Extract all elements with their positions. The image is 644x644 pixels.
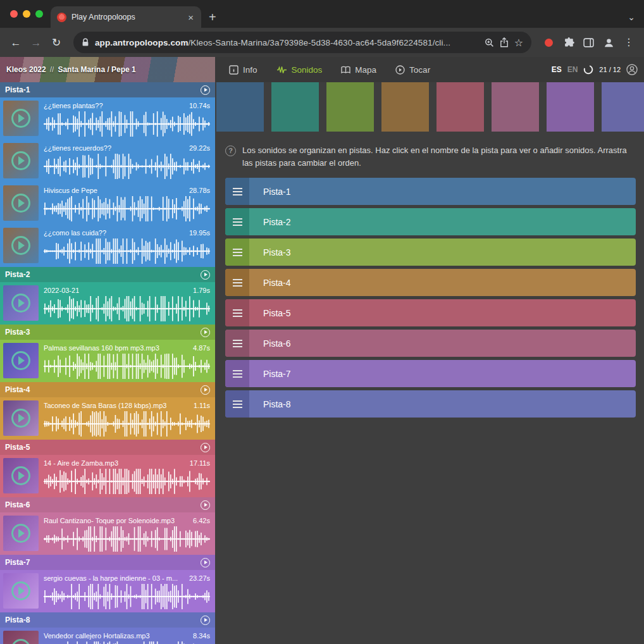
tab-search-chevron-icon[interactable]: ⌄ <box>628 12 635 22</box>
play-overlay-icon[interactable] <box>11 581 30 600</box>
sound-item[interactable]: sergio cuevas - la harpe indienne - 03 -… <box>0 570 215 612</box>
track-bar[interactable]: Pista-4 <box>225 269 636 296</box>
track-bar[interactable]: Pista-8 <box>225 390 636 418</box>
track-play-button[interactable] <box>201 85 210 95</box>
browser-profile-avatar[interactable] <box>603 37 615 49</box>
breadcrumb-project[interactable]: Kleos 2022 <box>6 65 46 74</box>
play-overlay-icon[interactable] <box>11 466 30 485</box>
track-bar[interactable]: Pista-3 <box>225 238 636 266</box>
sound-thumbnail[interactable] <box>3 400 39 436</box>
sound-item[interactable]: 2022-03-21 1.79s <box>0 282 215 325</box>
track-color-swatch[interactable] <box>216 82 264 132</box>
new-tab-button[interactable]: + <box>209 11 216 23</box>
sound-item[interactable]: ¿¿tienes recuerdos?? 29.22s <box>0 140 215 182</box>
drag-handle-icon[interactable] <box>225 208 249 235</box>
browser-tab[interactable]: Play Antropoloops × <box>51 6 201 28</box>
track-color-swatch[interactable] <box>437 82 484 132</box>
track-bar[interactable]: Pista-5 <box>225 299 636 326</box>
track-name[interactable]: Pista-4 <box>5 385 30 394</box>
play-overlay-icon[interactable] <box>11 109 30 128</box>
track-name[interactable]: Pista-1 <box>5 85 30 94</box>
track-header[interactable]: Pista-8 <box>0 612 215 628</box>
user-account-icon[interactable] <box>626 64 638 75</box>
sound-item[interactable]: ¿¿tienes plantas?? 10.74s <box>0 97 215 140</box>
track-color-swatch[interactable] <box>271 82 319 132</box>
track-name[interactable]: Pista-6 <box>5 500 30 509</box>
track-color-swatch[interactable] <box>381 82 429 132</box>
track-header[interactable]: Pista-1 <box>0 82 215 97</box>
track-bar[interactable]: Pista-6 <box>225 330 636 357</box>
track-color-swatch[interactable] <box>492 82 539 132</box>
zoom-icon[interactable] <box>485 38 494 47</box>
sound-item[interactable]: Raul Cantizano- Toque por Solenoide.mp3 … <box>0 512 215 555</box>
track-header[interactable]: Pista-6 <box>0 497 215 512</box>
track-header[interactable]: Pista-7 <box>0 555 215 570</box>
recording-indicator-icon[interactable] <box>545 39 553 47</box>
close-window-button[interactable] <box>10 10 18 18</box>
lang-es-button[interactable]: ES <box>552 65 562 74</box>
track-play-button[interactable] <box>201 616 210 625</box>
sound-thumbnail[interactable] <box>3 228 39 263</box>
zoom-window-button[interactable] <box>35 10 43 18</box>
sound-thumbnail[interactable] <box>3 458 39 493</box>
sound-thumbnail[interactable] <box>3 573 39 609</box>
sound-thumbnail[interactable] <box>3 631 39 644</box>
sound-item[interactable]: Taconeo de Sara Baras (128 kbps).mp3 1.1… <box>0 397 215 440</box>
sound-item[interactable]: Hiviscus de Pepe 28.78s <box>0 182 215 225</box>
play-overlay-icon[interactable] <box>11 351 30 370</box>
sound-thumbnail[interactable] <box>3 285 39 321</box>
track-header[interactable]: Pista-4 <box>0 382 215 397</box>
track-play-button[interactable] <box>201 270 210 280</box>
lang-en-button[interactable]: EN <box>567 65 578 74</box>
track-name[interactable]: Pista-2 <box>5 270 30 279</box>
sound-thumbnail[interactable] <box>3 343 39 378</box>
drag-handle-icon[interactable] <box>225 269 249 296</box>
drag-handle-icon[interactable] <box>225 390 249 418</box>
track-color-swatch[interactable] <box>602 82 644 132</box>
side-panel-icon[interactable] <box>583 38 594 47</box>
play-overlay-icon[interactable] <box>11 294 30 313</box>
track-play-button[interactable] <box>201 443 210 452</box>
reload-icon[interactable]: ↻ <box>48 37 65 48</box>
forward-icon[interactable]: → <box>28 37 44 48</box>
tab-tocar[interactable]: Tocar <box>395 65 430 75</box>
tab-mapa[interactable]: Mapa <box>341 65 376 75</box>
track-play-button[interactable] <box>201 385 210 395</box>
track-name[interactable]: Pista-5 <box>5 443 30 452</box>
track-bar[interactable]: Pista-2 <box>225 208 636 235</box>
play-overlay-icon[interactable] <box>11 524 30 543</box>
bookmark-star-icon[interactable]: ☆ <box>514 37 523 49</box>
extensions-puzzle-icon[interactable] <box>564 37 574 48</box>
sound-thumbnail[interactable] <box>3 101 39 136</box>
breadcrumb[interactable]: Kleos 2022 // Santa Marina / Pepe 1 <box>0 57 215 82</box>
sound-thumbnail[interactable] <box>3 516 39 551</box>
play-overlay-icon[interactable] <box>11 151 30 170</box>
play-overlay-icon[interactable] <box>11 639 30 644</box>
track-play-button[interactable] <box>201 500 210 510</box>
tab-close-icon[interactable]: × <box>187 13 195 22</box>
track-name[interactable]: Pista-8 <box>5 616 30 624</box>
track-play-button[interactable] <box>201 328 210 337</box>
track-play-button[interactable] <box>201 558 210 567</box>
sound-item[interactable]: Palmas sevillanas 160 bpm mp3.mp3 4.87s <box>0 340 215 382</box>
track-header[interactable]: Pista-2 <box>0 267 215 282</box>
track-bar[interactable]: Pista-7 <box>225 360 636 387</box>
back-icon[interactable]: ← <box>8 37 24 48</box>
browser-menu-icon[interactable]: ⋮ <box>624 37 634 47</box>
play-overlay-icon[interactable] <box>11 194 30 213</box>
track-name[interactable]: Pista-7 <box>5 558 30 567</box>
lock-icon[interactable] <box>82 38 89 47</box>
play-overlay-icon[interactable] <box>11 236 30 255</box>
sound-item[interactable]: ¿¿como las cuida?? 19.95s <box>0 225 215 267</box>
track-name[interactable]: Pista-3 <box>5 328 30 337</box>
tab-info[interactable]: Info <box>229 65 257 75</box>
sound-item[interactable]: 14 - Aire de Zamba.mp3 17.11s <box>0 455 215 497</box>
track-color-swatch[interactable] <box>326 82 374 132</box>
address-bar[interactable]: app.antropoloops.com/Kleos-Santa-Marina/… <box>73 32 531 53</box>
sound-thumbnail[interactable] <box>3 185 39 221</box>
tab-sonidos[interactable]: Sonidos <box>276 65 323 75</box>
drag-handle-icon[interactable] <box>225 330 249 357</box>
drag-handle-icon[interactable] <box>225 178 249 205</box>
share-icon[interactable] <box>500 37 509 47</box>
play-overlay-icon[interactable] <box>11 409 30 428</box>
